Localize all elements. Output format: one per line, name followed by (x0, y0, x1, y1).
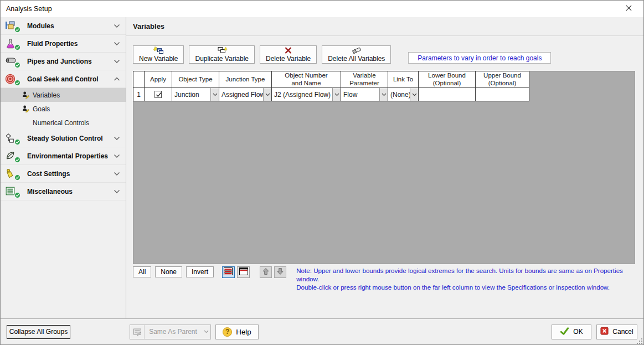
sidebar-item-cost-settings[interactable]: Cost Settings (1, 165, 126, 183)
cancel-button[interactable]: Cancel (596, 325, 637, 339)
object-number-dropdown[interactable] (332, 88, 341, 101)
move-down-icon (276, 267, 284, 277)
variables-table: Apply Object Type Junction Type Object N… (133, 71, 529, 101)
column-header-link-to: Link To (388, 71, 419, 88)
grid-single-row-icon (239, 267, 248, 277)
junction-type-cell: Assigned Flow (219, 88, 272, 101)
junction-type-dropdown[interactable] (263, 88, 271, 101)
column-header-junction-type: Junction Type (219, 71, 272, 88)
miscellaneous-icon (5, 186, 22, 197)
chevron-down-icon (114, 58, 120, 65)
move-up-icon (262, 267, 270, 277)
delete-variable-icon (284, 47, 292, 54)
title-bar: Analysis Setup (1, 1, 643, 17)
close-button[interactable] (618, 2, 639, 16)
lower-bound-cell[interactable] (419, 88, 476, 101)
same-as-parent-dropdown[interactable]: Same As Parent (130, 325, 211, 339)
edit-item-icon (22, 105, 30, 113)
table-controls: All None Invert (133, 266, 635, 291)
sidebar-item-label: Miscellaneous (27, 188, 73, 195)
eraser-icon (351, 47, 362, 54)
variable-parameter-cell: Flow (341, 88, 388, 101)
sidebar-item-label: Modules (27, 22, 54, 30)
resize-grip[interactable] (637, 338, 642, 343)
help-icon: ? (223, 327, 232, 337)
column-header-lower-bound: Lower Bound (Optional) (419, 71, 476, 88)
chevron-down-icon (114, 188, 120, 195)
sidebar-item-environmental-properties[interactable]: Environmental Properties (1, 147, 126, 165)
sidebar-item-variables[interactable]: Variables (1, 88, 126, 102)
delete-all-variables-button[interactable]: Delete All Variables (322, 45, 391, 64)
check-badge-icon (14, 174, 20, 181)
object-number-cell: J2 (Assigned Flow) (272, 88, 341, 101)
sidebar-item-goals[interactable]: Goals (1, 102, 126, 116)
column-header-upper-bound: Upper Bound (Optional) (476, 71, 529, 88)
help-button[interactable]: ? Help (215, 325, 259, 339)
select-all-button[interactable]: All (133, 266, 151, 277)
column-header-rownum (133, 71, 145, 88)
pipes-icon (5, 56, 22, 67)
sidebar-item-label: Pipes and Junctions (27, 58, 92, 65)
sidebar-item-fluid-properties[interactable]: Fluid Properties (1, 35, 126, 53)
window-title: Analysis Setup (6, 5, 52, 13)
close-icon (625, 4, 632, 13)
new-variable-button[interactable]: New Variable (133, 45, 184, 64)
sidebar-item-label: Steady Solution Control (27, 135, 103, 142)
object-type-dropdown[interactable] (210, 88, 219, 101)
analysis-setup-dialog: Analysis Setup Modules (0, 0, 644, 345)
button-label: Duplicate Variable (195, 55, 249, 63)
chevron-down-icon (114, 152, 120, 160)
collapse-all-groups-button[interactable]: Collapse All Groups (7, 325, 70, 339)
environmental-icon (5, 151, 22, 162)
goal-seek-icon (5, 74, 22, 85)
sidebar-item-label: Goal Seek and Control (27, 75, 99, 83)
button-label: Delete All Variables (328, 55, 385, 63)
variables-toolbar: New Variable Duplicate Variable Delete V… (133, 45, 635, 64)
grid-rows-icon (224, 267, 233, 277)
sidebar-item-label: Environmental Properties (27, 152, 108, 160)
sidebar-item-label: Fluid Properties (27, 40, 78, 48)
invert-selection-button[interactable]: Invert (186, 266, 214, 277)
edit-item-icon (22, 91, 30, 99)
sidebar-item-miscellaneous[interactable]: Miscellaneous (1, 183, 126, 200)
steady-solution-icon (5, 133, 22, 144)
footer-bar: Collapse All Groups Same As Parent ? Hel… (1, 318, 643, 344)
variable-parameter-dropdown[interactable] (379, 88, 388, 101)
main-panel: Variables New Variable Duplicate Va (126, 17, 643, 318)
duplicate-variable-button[interactable]: Duplicate Variable (189, 45, 255, 64)
sidebar-item-label: Goals (33, 105, 50, 113)
sidebar-item-steady-solution-control[interactable]: Steady Solution Control (1, 130, 126, 147)
check-badge-icon (14, 80, 20, 86)
move-up-button[interactable] (260, 266, 272, 278)
ok-button[interactable]: OK (552, 325, 591, 339)
column-header-object-type: Object Type (172, 71, 219, 88)
select-none-button[interactable]: None (155, 266, 182, 277)
button-label: Delete Variable (266, 55, 311, 63)
upper-bound-cell[interactable] (476, 88, 529, 101)
move-down-button[interactable] (274, 266, 286, 278)
sidebar-item-goal-seek-control[interactable]: Goal Seek and Control (1, 70, 126, 88)
chevron-down-icon (202, 330, 210, 333)
sidebar-item-modules[interactable]: Modules (1, 17, 126, 35)
fluid-properties-icon (5, 38, 22, 49)
same-as-parent-label: Same As Parent (145, 328, 202, 336)
checkbox-checked[interactable] (154, 91, 162, 98)
cost-settings-icon (5, 168, 22, 179)
chevron-down-icon (114, 170, 120, 178)
check-badge-icon (14, 27, 20, 33)
column-header-apply: Apply (145, 71, 172, 88)
collapse-rows-toggle[interactable] (237, 266, 250, 278)
bounds-note: Note: Upper and lower bounds provide log… (296, 266, 635, 291)
column-header-variable-parameter: Variable Parameter (341, 71, 388, 88)
chevron-down-icon (114, 135, 120, 142)
modules-icon (5, 20, 22, 32)
delete-variable-button[interactable]: Delete Variable (260, 45, 317, 64)
expand-rows-toggle[interactable] (222, 266, 235, 278)
check-badge-icon (14, 44, 20, 50)
sidebar-item-pipes-junctions[interactable]: Pipes and Junctions (1, 53, 126, 70)
sidebar-item-label: Variables (33, 91, 60, 99)
chevron-down-icon (114, 22, 120, 30)
sidebar-item-numerical-controls[interactable]: Numerical Controls (1, 116, 126, 130)
link-to-dropdown[interactable] (410, 88, 418, 101)
row-number-cell[interactable]: 1 (133, 88, 145, 101)
